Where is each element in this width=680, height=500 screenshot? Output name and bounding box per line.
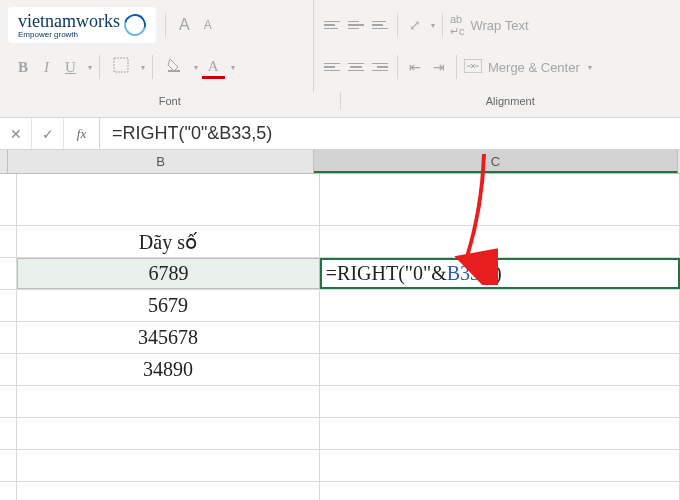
formula-input[interactable] (100, 118, 680, 149)
borders-button[interactable] (107, 53, 135, 81)
grid-row (0, 418, 680, 450)
grid-row (0, 482, 680, 500)
align-middle-button[interactable] (346, 15, 366, 35)
logo-text: vietnamworks (18, 11, 120, 31)
cell[interactable] (17, 450, 320, 481)
svg-rect-0 (114, 58, 128, 72)
decrease-indent-button[interactable]: ⇤ (405, 57, 425, 77)
grid-row: 5679 (0, 290, 680, 322)
logo-tagline: Empower growth (18, 30, 120, 39)
align-top-button[interactable] (322, 15, 342, 35)
cell[interactable] (17, 174, 320, 225)
cell-b33[interactable]: 6789 (17, 258, 320, 289)
formula-bar: ✕ ✓ fx (0, 118, 680, 150)
merge-icon (464, 59, 482, 76)
cell-c33-editing[interactable]: =RIGHT("0"&B33,5) (320, 258, 680, 289)
wrap-text-label: Wrap Text (471, 18, 529, 33)
cell[interactable] (320, 322, 680, 353)
svg-rect-1 (168, 70, 180, 72)
col-header-a[interactable] (0, 150, 8, 173)
cell[interactable] (0, 290, 17, 321)
ribbon: vietnamworks Empower growth A A B I U▾ ▾ (0, 0, 680, 118)
cell[interactable] (0, 258, 17, 289)
cell[interactable] (320, 290, 680, 321)
cell[interactable]: 345678 (17, 322, 320, 353)
alignment-group-label: Alignment (341, 92, 681, 110)
formula-suffix: ,5) (480, 262, 502, 285)
formula-ref: B33 (447, 262, 480, 285)
cell[interactable] (320, 450, 680, 481)
formula-prefix: =RIGHT("0"& (326, 262, 447, 285)
cell[interactable] (320, 226, 680, 257)
cell[interactable] (0, 354, 17, 385)
cell[interactable] (0, 450, 17, 481)
logo-swirl-icon (120, 10, 150, 40)
orientation-button[interactable]: ⤢ (405, 15, 425, 35)
cell[interactable] (0, 174, 17, 225)
increase-font-button[interactable]: A (175, 14, 194, 36)
align-left-button[interactable] (322, 57, 342, 77)
bold-button[interactable]: B (12, 55, 34, 80)
cell[interactable] (17, 386, 320, 417)
cell[interactable] (17, 482, 320, 500)
increase-indent-button[interactable]: ⇥ (429, 57, 449, 77)
spreadsheet-grid: B C Dãy số 6789 =RIGHT("0"&B33,5) 5679 3… (0, 150, 680, 500)
underline-button[interactable]: U (59, 55, 82, 80)
fx-button[interactable]: fx (64, 118, 100, 149)
cell[interactable] (0, 386, 17, 417)
cell[interactable] (0, 418, 17, 449)
font-color-button[interactable]: A (202, 56, 225, 79)
align-center-button[interactable] (346, 57, 366, 77)
fill-color-button[interactable] (160, 53, 188, 81)
cell[interactable] (320, 174, 680, 225)
align-bottom-button[interactable] (370, 15, 390, 35)
font-group-label: Font (0, 92, 341, 110)
chevron-down-icon[interactable]: ▾ (141, 63, 145, 72)
col-header-c[interactable]: C (314, 150, 678, 173)
grid-row: 6789 =RIGHT("0"&B33,5) (0, 258, 680, 290)
grid-row: 345678 (0, 322, 680, 354)
chevron-down-icon[interactable]: ▾ (88, 63, 92, 72)
font-group: vietnamworks Empower growth A A B I U▾ ▾ (0, 0, 314, 92)
cell[interactable] (0, 226, 17, 257)
chevron-down-icon[interactable]: ▾ (194, 63, 198, 72)
italic-button[interactable]: I (38, 55, 55, 80)
grid-row: Dãy số (0, 226, 680, 258)
cell[interactable] (0, 322, 17, 353)
merge-center-button[interactable]: Merge & Center ▾ (464, 46, 592, 88)
wrap-text-button[interactable]: ab↵c Wrap Text (450, 4, 529, 46)
brand-logo: vietnamworks Empower growth (8, 7, 156, 43)
confirm-formula-button[interactable]: ✓ (32, 118, 64, 149)
grid-row (0, 450, 680, 482)
wrap-text-icon: ab↵c (450, 13, 465, 38)
cell[interactable] (320, 354, 680, 385)
cell[interactable] (17, 418, 320, 449)
align-right-button[interactable] (370, 57, 390, 77)
chevron-down-icon[interactable]: ▾ (588, 63, 592, 72)
merge-center-label: Merge & Center (488, 60, 580, 75)
cancel-formula-button[interactable]: ✕ (0, 118, 32, 149)
cell[interactable] (320, 386, 680, 417)
grid-row (0, 174, 680, 226)
cell-header[interactable]: Dãy số (17, 226, 320, 257)
cell[interactable] (320, 482, 680, 500)
col-header-b[interactable]: B (8, 150, 314, 173)
cell[interactable]: 34890 (17, 354, 320, 385)
chevron-down-icon[interactable]: ▾ (431, 21, 435, 30)
chevron-down-icon[interactable]: ▾ (231, 63, 235, 72)
column-headers: B C (0, 150, 680, 174)
cell[interactable] (320, 418, 680, 449)
decrease-font-button[interactable]: A (200, 16, 216, 34)
cell[interactable]: 5679 (17, 290, 320, 321)
alignment-group: ⤢▾ ab↵c Wrap Text ⇤ ⇥ Me (314, 0, 680, 92)
cell[interactable] (0, 482, 17, 500)
grid-row (0, 386, 680, 418)
grid-row: 34890 (0, 354, 680, 386)
